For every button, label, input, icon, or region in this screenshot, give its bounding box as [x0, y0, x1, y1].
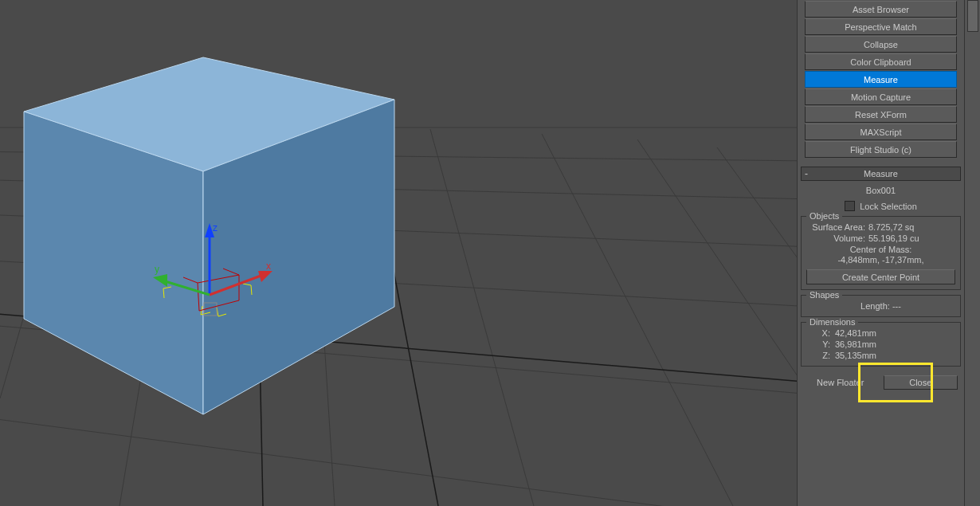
length-label: Length:: [860, 301, 890, 311]
utility-measure[interactable]: Measure: [805, 71, 957, 88]
rollout-toggle: -: [805, 168, 808, 179]
utility-asset-browser[interactable]: Asset Browser: [805, 1, 957, 18]
new-floater-button[interactable]: New Floater: [804, 375, 877, 390]
svg-line-12: [637, 139, 797, 398]
dim-y-label: Y:: [806, 339, 835, 349]
shapes-group: Shapes Length: ---: [801, 295, 961, 317]
svg-line-13: [717, 147, 797, 279]
viewport-scene: z x y: [0, 0, 797, 506]
viewport[interactable]: z x y: [0, 0, 797, 506]
axis-x-label: x: [266, 261, 271, 272]
utility-flight-studio-c-[interactable]: Flight Studio (c): [805, 141, 957, 158]
lock-selection-label: Lock Selection: [860, 202, 917, 211]
dimensions-group-label: Dimensions: [806, 317, 858, 327]
svg-line-11: [542, 134, 733, 506]
lock-selection-checkbox[interactable]: [845, 201, 855, 211]
objects-group-label: Objects: [806, 211, 842, 221]
length-value: ---: [892, 301, 901, 311]
dim-y-value: 36,981mm: [835, 339, 876, 349]
objects-group: Objects Surface Area: 8.725,72 sq Volume…: [801, 216, 961, 290]
create-center-point-button[interactable]: Create Center Point: [806, 269, 955, 284]
utility-color-clipboard[interactable]: Color Clipboard: [805, 53, 957, 70]
center-mass-label: Center of Mass:: [850, 245, 912, 254]
utility-maxscript[interactable]: MAXScript: [805, 124, 957, 140]
dim-z-label: Z:: [806, 351, 835, 360]
axis-y-label: y: [155, 264, 159, 275]
surface-area-value: 8.725,72 sq: [868, 222, 955, 232]
utility-reset-xform[interactable]: Reset XForm: [805, 106, 957, 123]
rollout-title: Measure: [864, 169, 898, 178]
dim-x-value: 42,481mm: [835, 328, 876, 338]
volume-label: Volume:: [806, 233, 868, 243]
sidebar: Asset BrowserPerspective MatchCollapseCo…: [797, 0, 964, 506]
object-name: Box001: [801, 182, 961, 198]
dimensions-group: Dimensions X: 42,481mm Y: 36,981mm Z: 35…: [801, 322, 961, 367]
center-mass-value: -4,848mm, -17,37mm,: [806, 255, 955, 265]
dim-z-value: 35,135mm: [835, 351, 876, 360]
svg-line-10: [430, 129, 534, 506]
surface-area-label: Surface Area:: [806, 222, 868, 232]
volume-value: 55.196,19 cu: [868, 233, 955, 243]
svg-line-6: [0, 414, 797, 506]
utility-collapse[interactable]: Collapse: [805, 36, 957, 53]
close-button[interactable]: Close: [884, 375, 958, 390]
axis-z-label: z: [213, 222, 218, 233]
utility-perspective-match[interactable]: Perspective Match: [805, 18, 957, 35]
floater-row: New Floater Close: [801, 375, 961, 390]
dock-tab[interactable]: [967, 0, 978, 32]
utility-motion-capture[interactable]: Motion Capture: [805, 88, 957, 105]
measure-rollout-header[interactable]: - Measure: [801, 167, 961, 181]
shapes-group-label: Shapes: [806, 290, 842, 300]
utility-list: Asset BrowserPerspective MatchCollapseCo…: [801, 0, 961, 159]
dim-x-label: X:: [806, 328, 835, 338]
right-dock-edge: [964, 0, 980, 506]
